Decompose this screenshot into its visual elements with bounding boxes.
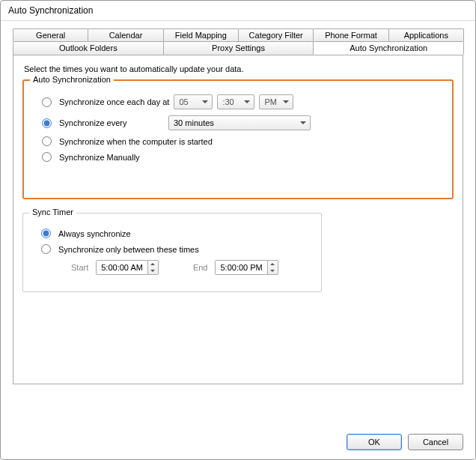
chevron-up-icon[interactable] [148, 261, 158, 267]
window-title: Auto Synchronization [1, 1, 475, 21]
chevron-down-icon[interactable] [148, 267, 158, 274]
option-sync-every-row: Synchronize every 30 minutes [42, 115, 443, 130]
end-time-value[interactable]: 5:00:00 PM [216, 261, 266, 274]
radio-always-sync[interactable] [41, 229, 51, 238]
radio-sync-between[interactable] [41, 244, 51, 254]
tab-proxy-settings[interactable]: Proxy Settings [163, 41, 314, 55]
option-sync-start-row: Synchronize when the computer is started [42, 136, 443, 146]
tab-calendar[interactable]: Calendar [88, 28, 163, 41]
end-time-arrows[interactable] [267, 261, 278, 274]
start-time-value[interactable]: 5:00:00 AM [97, 261, 147, 274]
end-label: End [193, 263, 208, 272]
chevron-down-icon[interactable] [268, 267, 278, 274]
tab-general[interactable]: General [13, 28, 88, 41]
tab-phone-format[interactable]: Phone Format [313, 28, 388, 41]
radio-sync-once[interactable] [42, 97, 52, 107]
auto-sync-group: Auto Synchronization Synchronize once ea… [22, 79, 454, 199]
end-time-spinner[interactable]: 5:00:00 PM [215, 260, 278, 275]
label-sync-on-start[interactable]: Synchronize when the computer is started [59, 137, 213, 146]
option-sync-manual-row: Synchronize Manually [42, 152, 443, 162]
tab-category-filter[interactable]: Category Filter [238, 28, 314, 41]
start-time-spinner[interactable]: 5:00:00 AM [96, 260, 159, 275]
start-time-arrows[interactable] [147, 261, 158, 274]
label-sync-manual[interactable]: Synchronize Manually [59, 153, 140, 162]
tab-auto-synchronization[interactable]: Auto Synchronization [313, 41, 464, 55]
tab-row-1: General Calendar Field Mapping Category … [13, 28, 463, 41]
tab-outlook-folders[interactable]: Outlook Folders [13, 41, 164, 55]
label-sync-every[interactable]: Synchronize every [59, 118, 164, 127]
sync-timer-group: Sync Timer Always synchronize Synchroniz… [22, 213, 322, 292]
select-once-hour[interactable]: 05 [174, 94, 213, 109]
option-sync-once-row: Synchronize once each day at 05 :30 PM [42, 94, 443, 109]
window-body: General Calendar Field Mapping Category … [1, 21, 475, 426]
radio-sync-manual[interactable] [42, 152, 52, 162]
instruction-text: Select the times you want to automatical… [24, 64, 454, 73]
label-sync-between[interactable]: Synchronize only between these times [58, 245, 199, 254]
dialog-footer: OK Cancel [1, 426, 475, 459]
option-always-row: Always synchronize [41, 229, 312, 238]
auto-sync-legend: Auto Synchronization [30, 75, 114, 84]
tab-field-mapping[interactable]: Field Mapping [163, 28, 239, 41]
time-range-row: Start 5:00:00 AM End 5:00:00 PM [53, 260, 312, 275]
radio-sync-every[interactable] [42, 118, 52, 128]
label-sync-once[interactable]: Synchronize once each day at [59, 97, 169, 106]
option-between-row: Synchronize only between these times [41, 244, 312, 254]
tab-row-2: Outlook Folders Proxy Settings Auto Sync… [13, 41, 463, 55]
label-always-sync[interactable]: Always synchronize [58, 229, 131, 238]
cancel-button[interactable]: Cancel [408, 434, 463, 450]
ok-button[interactable]: OK [347, 434, 402, 450]
select-sync-every-interval[interactable]: 30 minutes [168, 115, 311, 130]
radio-sync-on-start[interactable] [42, 136, 52, 146]
tab-panel: Select the times you want to automatical… [13, 55, 463, 384]
tab-strip: General Calendar Field Mapping Category … [13, 28, 463, 384]
chevron-up-icon[interactable] [268, 261, 278, 267]
sync-timer-legend: Sync Timer [29, 208, 76, 217]
start-label: Start [71, 263, 88, 272]
select-once-ampm[interactable]: PM [259, 94, 293, 109]
settings-window: Auto Synchronization General Calendar Fi… [0, 0, 476, 460]
tab-applications[interactable]: Applications [388, 28, 464, 41]
select-once-minute[interactable]: :30 [217, 94, 254, 109]
